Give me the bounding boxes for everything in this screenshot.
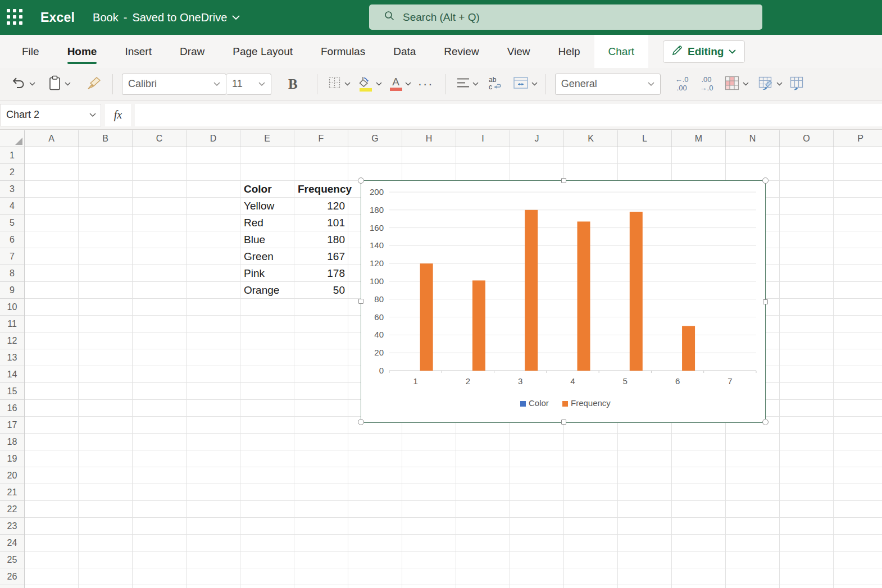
column-header-A[interactable]: A bbox=[25, 130, 79, 147]
formula-input[interactable] bbox=[135, 104, 882, 126]
cell-F4[interactable]: 120 bbox=[294, 198, 348, 215]
row-header-1[interactable]: 1 bbox=[0, 147, 24, 164]
column-header-K[interactable]: K bbox=[564, 130, 618, 147]
chart-resize-handle-top-left[interactable] bbox=[358, 177, 364, 184]
row-header-19[interactable]: 19 bbox=[0, 450, 24, 467]
tab-view[interactable]: View bbox=[493, 35, 544, 68]
column-header-C[interactable]: C bbox=[133, 130, 187, 147]
tab-file[interactable]: File bbox=[8, 35, 53, 68]
column-header-G[interactable]: G bbox=[348, 130, 402, 147]
borders-button[interactable] bbox=[328, 76, 351, 92]
conditional-formatting-button[interactable] bbox=[724, 75, 749, 93]
chart-resize-handle-middle-right[interactable] bbox=[763, 299, 768, 304]
editing-mode-button[interactable]: Editing bbox=[663, 40, 745, 63]
search-input[interactable]: Search (Alt + Q) bbox=[369, 4, 762, 30]
row-header-16[interactable]: 16 bbox=[0, 400, 24, 417]
cell-E8[interactable]: Pink bbox=[240, 265, 294, 282]
fill-color-button[interactable] bbox=[358, 76, 382, 92]
cell-E5[interactable]: Red bbox=[240, 215, 294, 231]
column-header-E[interactable]: E bbox=[240, 130, 294, 147]
increase-decimal-button[interactable]: ←.0 .00 bbox=[675, 76, 689, 92]
select-all-corner[interactable] bbox=[0, 130, 25, 147]
column-header-J[interactable]: J bbox=[510, 130, 564, 147]
row-header-20[interactable]: 20 bbox=[0, 467, 24, 484]
chart-resize-handle-bottom-center[interactable] bbox=[561, 420, 566, 425]
align-button[interactable] bbox=[457, 78, 479, 90]
name-box[interactable]: Chart 2 bbox=[0, 104, 101, 126]
cell-E7[interactable]: Green bbox=[240, 248, 294, 265]
row-header-23[interactable]: 23 bbox=[0, 518, 24, 535]
cell-F9[interactable]: 50 bbox=[294, 282, 348, 299]
chart-resize-handle-top-right[interactable] bbox=[762, 177, 769, 184]
bold-button[interactable]: B bbox=[288, 76, 298, 92]
paste-button[interactable] bbox=[48, 75, 71, 93]
chart-resize-handle-bottom-left[interactable] bbox=[358, 419, 364, 425]
row-header-18[interactable]: 18 bbox=[0, 434, 24, 450]
row-header-21[interactable]: 21 bbox=[0, 484, 24, 501]
embedded-bar-chart[interactable]: 0204060801001201401601802001234567ColorF… bbox=[361, 180, 766, 423]
column-header-P[interactable]: P bbox=[834, 130, 882, 147]
cell-E6[interactable]: Blue bbox=[240, 231, 294, 248]
row-header-14[interactable]: 14 bbox=[0, 366, 24, 383]
font-size-select[interactable]: 11 bbox=[226, 74, 271, 95]
row-header-9[interactable]: 9 bbox=[0, 282, 24, 299]
font-color-button[interactable]: A bbox=[390, 77, 411, 91]
merge-cells-button[interactable] bbox=[513, 76, 538, 92]
format-painter-button[interactable] bbox=[85, 76, 102, 93]
undo-button[interactable] bbox=[11, 76, 35, 92]
row-header-6[interactable]: 6 bbox=[0, 231, 24, 248]
row-header-8[interactable]: 8 bbox=[0, 265, 24, 282]
cell-F6[interactable]: 180 bbox=[294, 231, 348, 248]
column-header-B[interactable]: B bbox=[79, 130, 133, 147]
column-header-H[interactable]: H bbox=[402, 130, 456, 147]
cell-F3[interactable]: Frequency bbox=[294, 181, 348, 198]
cell-F7[interactable]: 167 bbox=[294, 248, 348, 265]
cell-F5[interactable]: 101 bbox=[294, 215, 348, 231]
row-header-22[interactable]: 22 bbox=[0, 501, 24, 518]
number-format-select[interactable]: General bbox=[555, 74, 661, 95]
column-header-F[interactable]: F bbox=[294, 130, 348, 147]
row-header-10[interactable]: 10 bbox=[0, 299, 24, 316]
row-header-2[interactable]: 2 bbox=[0, 164, 24, 181]
row-header-3[interactable]: 3 bbox=[0, 181, 24, 198]
tab-data[interactable]: Data bbox=[379, 35, 430, 68]
wrap-text-button[interactable]: abc bbox=[488, 76, 503, 93]
document-title[interactable]: Book - Saved to OneDrive bbox=[93, 11, 240, 24]
row-header-11[interactable]: 11 bbox=[0, 316, 24, 332]
column-header-O[interactable]: O bbox=[780, 130, 834, 147]
tab-help[interactable]: Help bbox=[544, 35, 594, 68]
row-header-25[interactable]: 25 bbox=[0, 551, 24, 568]
row-header-26[interactable]: 26 bbox=[0, 568, 24, 585]
row-header-15[interactable]: 15 bbox=[0, 383, 24, 400]
row-header-7[interactable]: 7 bbox=[0, 248, 24, 265]
tab-draw[interactable]: Draw bbox=[166, 35, 219, 68]
column-header-L[interactable]: L bbox=[618, 130, 672, 147]
column-header-D[interactable]: D bbox=[187, 130, 240, 147]
row-header-12[interactable]: 12 bbox=[0, 332, 24, 349]
chart-resize-handle-bottom-right[interactable] bbox=[762, 419, 769, 425]
more-font-options-button[interactable]: ··· bbox=[418, 77, 434, 92]
font-name-select[interactable]: Calibri bbox=[122, 74, 226, 95]
row-header-5[interactable]: 5 bbox=[0, 215, 24, 231]
column-header-M[interactable]: M bbox=[672, 130, 726, 147]
column-header-I[interactable]: I bbox=[456, 130, 510, 147]
app-launcher-icon[interactable] bbox=[7, 9, 24, 26]
row-header-24[interactable]: 24 bbox=[0, 535, 24, 551]
chart-resize-handle-top-center[interactable] bbox=[561, 178, 566, 183]
tab-review[interactable]: Review bbox=[430, 35, 493, 68]
tab-chart[interactable]: Chart bbox=[594, 35, 648, 68]
cell-E4[interactable]: Yellow bbox=[240, 198, 294, 215]
cell-F8[interactable]: 178 bbox=[294, 265, 348, 282]
row-header-13[interactable]: 13 bbox=[0, 349, 24, 366]
tab-formulas[interactable]: Formulas bbox=[307, 35, 379, 68]
decrease-decimal-button[interactable]: .00 →.0 bbox=[700, 76, 713, 92]
row-header-17[interactable]: 17 bbox=[0, 417, 24, 434]
row-header-4[interactable]: 4 bbox=[0, 198, 24, 215]
tab-page-layout[interactable]: Page Layout bbox=[219, 35, 307, 68]
row-header-27[interactable] bbox=[0, 585, 24, 588]
column-header-N[interactable]: N bbox=[726, 130, 780, 147]
cell-E9[interactable]: Orange bbox=[240, 282, 294, 299]
tab-home[interactable]: Home bbox=[53, 35, 111, 68]
cell-styles-button[interactable] bbox=[789, 75, 805, 93]
insert-function-button[interactable]: fx bbox=[105, 104, 131, 126]
